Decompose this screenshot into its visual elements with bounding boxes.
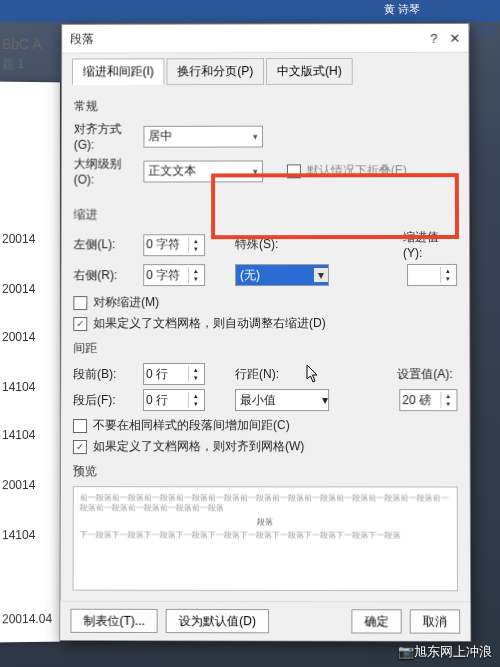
doc-text: 20014 [2,282,35,296]
dialog-title: 段落 [70,30,94,47]
dialog-tabs: 缩进和间距(I) 换行和分页(P) 中文版式(H) [62,53,469,85]
chevron-down-icon: ▾ [322,393,328,407]
left-indent-label: 左侧(L): [73,236,137,253]
title-bar: 黄 诗琴 [0,0,500,22]
spinner-down-icon[interactable]: ▾ [440,400,454,408]
spinner-up-icon[interactable]: ▴ [188,392,202,400]
tabs-button[interactable]: 制表位(T)... [70,609,158,633]
group-preview: 预览 [73,463,458,480]
snap-grid-label: 如果定义了文档网格，则对齐到网格(W) [93,438,304,455]
line-spacing-select[interactable]: 最小值▾ [235,389,329,411]
collapse-label: 默认情况下折叠(E) [307,162,407,179]
ok-button[interactable]: 确定 [351,609,401,633]
group-general: 常规 [74,97,457,115]
chevron-down-icon: ▾ [314,268,328,282]
left-indent-input[interactable]: 0 字符 ▴▾ [143,234,205,256]
spinner-up-icon[interactable]: ▴ [188,366,202,374]
spinner-down-icon[interactable]: ▾ [188,400,202,408]
dialog-titlebar: 段落 ? ✕ [62,24,468,54]
collapse-checkbox[interactable] [287,164,301,178]
spinner-down-icon[interactable]: ▾ [440,275,454,283]
auto-indent-label: 如果定义了文档网格，则自动调整右缩进(D) [93,315,325,332]
mirror-indent-checkbox[interactable] [73,296,87,310]
dialog-footer: 制表位(T)... 设为默认值(D) 确定 取消 [60,601,470,641]
tab-line-page[interactable]: 换行和分页(P) [167,58,265,85]
after-label: 段后(F): [73,391,137,408]
before-input[interactable]: 0 行 ▴▾ [143,363,205,385]
doc-text: 20014 [2,478,35,492]
spinner-down-icon[interactable]: ▾ [188,374,202,382]
spinner-up-icon[interactable]: ▴ [440,267,454,275]
watermark: 📷旭东网上冲浪 [398,643,492,661]
right-indent-input[interactable]: 0 字符 ▴▾ [143,264,205,286]
mouse-cursor-icon [306,364,320,384]
group-spacing: 间距 [73,340,457,357]
doc-text: 14104 [2,528,35,542]
doc-text: 14104 [2,428,35,442]
no-space-label: 不要在相同样式的段落间增加间距(C) [93,417,290,434]
auto-indent-checkbox[interactable] [73,317,87,331]
indent-value-label: 缩进值(Y): [403,229,457,260]
doc-text: 20014.04 [2,612,52,627]
snap-grid-checkbox[interactable] [73,440,87,454]
spinner-up-icon[interactable]: ▴ [440,392,454,400]
style-preview: BbC A [2,36,42,52]
set-value-input[interactable]: 20 磅 ▴▾ [399,389,457,411]
chevron-down-icon: ▾ [253,166,258,176]
outline-select[interactable]: 正文文本▾ [143,160,263,182]
right-indent-label: 右侧(R): [73,267,137,284]
doc-text: 20014 [2,330,35,344]
tab-indent-spacing[interactable]: 缩进和间距(I) [72,58,165,85]
line-spacing-label: 行距(N): [235,366,295,383]
spinner-down-icon[interactable]: ▾ [188,245,202,253]
preview-box: 前一段落前一段落前一段落前一段落前一段落前一段落前一段落前一段落前一段落前一段落… [73,486,458,591]
before-label: 段前(B): [73,365,137,382]
dialog-body: 常规 对齐方式(G): 居中▾ 大纲级别(O): 正文文本▾ 默认情况下折叠(E… [61,84,471,598]
chevron-down-icon: ▾ [253,131,258,141]
cancel-button[interactable]: 取消 [410,609,460,633]
camera-icon: 📷 [398,644,414,659]
spinner-down-icon[interactable]: ▾ [188,275,202,283]
user-name: 黄 诗琴 [384,2,420,17]
outline-label: 大纲级别(O): [74,156,138,187]
indent-value-input[interactable]: ▴▾ [407,264,457,286]
special-label: 特殊(S): [235,236,295,253]
help-button[interactable]: ? [430,30,437,45]
alignment-label: 对齐方式(G): [74,121,138,152]
alignment-select[interactable]: 居中▾ [143,125,263,147]
spinner-up-icon[interactable]: ▴ [188,267,202,275]
mirror-indent-label: 对称缩进(M) [93,294,159,311]
no-space-checkbox[interactable] [73,419,87,433]
spinner-up-icon[interactable]: ▴ [188,237,202,245]
doc-text: 20014 [2,232,35,246]
doc-text: 14104 [2,380,35,394]
set-value-label: 设置值(A): [397,366,457,383]
after-input[interactable]: 0 行 ▴▾ [143,389,205,411]
set-default-button[interactable]: 设为默认值(D) [166,609,269,633]
special-indent-select[interactable]: (无)▾ [235,264,329,286]
tab-asian[interactable]: 中文版式(H) [266,58,352,85]
close-button[interactable]: ✕ [449,30,460,45]
style-preview-label: 题 1 [2,56,24,73]
paragraph-dialog: 段落 ? ✕ 缩进和间距(I) 换行和分页(P) 中文版式(H) 常规 对齐方式… [59,23,471,642]
document-page: 20014 20014 20014 14104 14104 20014 1410… [0,82,60,643]
group-indent: 缩进 [74,206,457,223]
